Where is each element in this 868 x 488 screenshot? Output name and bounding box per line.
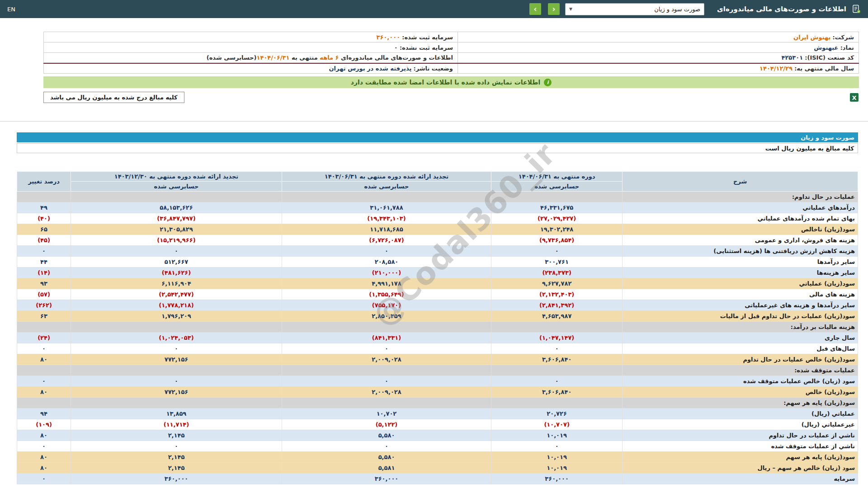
excel-export-icon[interactable]: X bbox=[849, 93, 859, 102]
row-label: عملیات متوقف شده: bbox=[623, 365, 858, 376]
signature-match-banner: i اطلاعات نمایش داده شده با اطلاعات امضا… bbox=[43, 76, 859, 88]
info-icon: i bbox=[544, 79, 552, 86]
value-prior-annual-period bbox=[71, 365, 282, 376]
unregistered-capital-label: سرمایه ثبت نشده: bbox=[400, 44, 453, 51]
value-prior-half-period: ۲,۰۰۹,۰۲۸ bbox=[282, 387, 491, 398]
page-title: اطلاعات و صورت‌های مالی میاندوره‌ای bbox=[717, 5, 846, 13]
value-current-period: ۴,۶۵۳,۹۸۷ bbox=[491, 311, 623, 322]
info-row-isic: کد صنعت (ISIC): ۴۲۵۳۰۱ اطلاعات و صورت‌ها… bbox=[44, 53, 859, 63]
value-prior-half-period: ۱۱,۷۱۸,۶۸۵ bbox=[282, 224, 491, 235]
value-current-period bbox=[491, 192, 623, 202]
table-row: سود (زيان) خالص هر سهم – ريال ۱۰,۰۱۹ ۵,۵… bbox=[17, 463, 858, 474]
value-prior-annual-period bbox=[71, 398, 282, 408]
value-percent-change: ۴۹ bbox=[17, 202, 71, 213]
value-current-period: ۱۰,۰۱۹ bbox=[491, 452, 623, 463]
value-prior-half-period: ۵,۵۸۱ bbox=[282, 463, 491, 474]
value-prior-annual-period: ۱,۷۹۶,۲۰۹ bbox=[71, 311, 282, 322]
value-prior-annual-period: (۱۱,۷۱۴) bbox=[71, 419, 282, 430]
table-row: سود(زيان) عملياتي ۹,۶۲۷,۷۸۲ ۴,۹۹۱,۱۷۸ ۶,… bbox=[17, 278, 858, 289]
table-row: سایر درآمدها و هزینه های غیرعملیاتی (۲,۸… bbox=[17, 300, 858, 311]
table-row: سرمایه ۳۶۰,۰۰۰ ۳۶۰,۰۰۰ ۳۶۰,۰۰۰ ۰ bbox=[17, 474, 858, 484]
value-prior-annual-period: ۵۱۲,۶۶۷ bbox=[71, 257, 282, 267]
value-percent-change: ۸۰ bbox=[17, 354, 71, 365]
value-prior-half-period bbox=[282, 365, 491, 376]
value-percent-change: (۴۵) bbox=[17, 235, 71, 246]
income-statement-section: صورت سود و زیان کلیه مبالغ به میلیون ریا… bbox=[17, 132, 858, 484]
info-row-symbol: نماد: غبهنوش سرمایه ثبت نشده: ۰ bbox=[44, 42, 859, 53]
statement-units-row: کلیه مبالغ به میلیون ریال است bbox=[17, 143, 858, 153]
row-label: هزینه های فروش، اداری و عمومی bbox=[623, 235, 858, 246]
value-percent-change: (۲۴) bbox=[17, 333, 71, 343]
value-prior-annual-period bbox=[71, 192, 282, 202]
value-prior-half-period: ۱۰,۷۰۲ bbox=[282, 408, 491, 419]
value-prior-annual-period: ۳۶۰,۰۰۰ bbox=[71, 474, 282, 484]
value-percent-change: (۱۰۹) bbox=[17, 419, 71, 430]
value-percent-change bbox=[17, 322, 71, 333]
table-row: سال‌های قبل ۰ ۰ ۰ ۰ bbox=[17, 343, 858, 354]
symbol-label: نماد: bbox=[840, 44, 854, 51]
value-prior-half-period bbox=[282, 192, 491, 202]
tools-row: X کلیه مبالغ درج شده به میلیون ریال می ب… bbox=[43, 92, 859, 103]
row-label: سایر هزینه‌ها bbox=[623, 267, 858, 278]
value-prior-annual-period: ۲,۱۴۵ bbox=[71, 430, 282, 441]
row-label: سود(زيان) عملياتي bbox=[623, 278, 858, 289]
value-prior-half-period bbox=[282, 398, 491, 408]
value-current-period: ۰ bbox=[491, 441, 623, 452]
prev-report-button[interactable]: ‹ bbox=[548, 3, 560, 15]
table-row: سود(زيان) پايه هر سهم ۱۰,۰۱۹ ۵,۵۸۰ ۲,۱۴۵… bbox=[17, 452, 858, 463]
value-percent-change bbox=[17, 398, 71, 408]
value-prior-half-period: (۵,۱۲۲) bbox=[282, 419, 491, 430]
value-prior-half-period: (۲۱۰,۰۰۰) bbox=[282, 267, 491, 278]
signature-match-text: اطلاعات نمایش داده شده با اطلاعات امضا ش… bbox=[351, 79, 540, 86]
value-prior-annual-period: (۱۵,۲۱۹,۹۶۶) bbox=[71, 235, 282, 246]
statement-title-bar: صورت سود و زیان bbox=[17, 132, 858, 142]
value-prior-annual-period: ۷۷۲,۱۵۶ bbox=[71, 387, 282, 398]
table-row: غیرعملیاتي (ریال) (۱۰,۷۰۷) (۵,۱۲۲) (۱۱,۷… bbox=[17, 419, 858, 430]
value-prior-half-period: ۰ bbox=[282, 376, 491, 387]
next-report-button[interactable]: › bbox=[529, 3, 541, 15]
value-current-period: (۱,۰۴۷,۱۴۷) bbox=[491, 333, 623, 343]
value-percent-change: ۹۳ bbox=[17, 278, 71, 289]
row-label: سود (زيان) خالص هر سهم – ريال bbox=[623, 463, 858, 474]
value-percent-change: ۸۰ bbox=[17, 452, 71, 463]
registered-capital-label: سرمایه ثبت شده: bbox=[402, 34, 453, 41]
row-label: سال‌های قبل bbox=[623, 343, 858, 354]
value-current-period: (۱۰,۷۰۷) bbox=[491, 419, 623, 430]
value-prior-annual-period: ۰ bbox=[71, 343, 282, 354]
table-row: سال جاری (۱,۰۴۷,۱۴۷) (۸۴۱,۳۳۱) (۱,۰۲۴,۰۵… bbox=[17, 333, 858, 343]
row-label: درآمدهاي عملياتي bbox=[623, 202, 858, 213]
company-label: شرکت: bbox=[833, 34, 854, 41]
table-row: عملیات در حال تداوم: bbox=[17, 192, 858, 202]
registered-capital-value: ۳۶۰,۰۰۰ bbox=[377, 34, 401, 41]
value-prior-half-period: (۱۹,۳۴۳,۱۰۳) bbox=[282, 213, 491, 224]
row-label: سود (زیان) خالص عملیات متوقف شده bbox=[623, 376, 858, 387]
table-row: هزینه کاهش ارزش دریافتنی ها (هزینه استثن… bbox=[17, 246, 858, 257]
col-header-period-prior-annual: تجدید ارائه شده دوره منتهی به ۱۴۰۳/۱۲/۳۰ bbox=[71, 172, 282, 182]
table-row: درآمدهاي عملياتي ۴۶,۳۳۱,۶۷۵ ۳۱,۰۶۱,۷۸۸ ۵… bbox=[17, 202, 858, 213]
row-label: سایر درآمدها bbox=[623, 257, 858, 267]
row-label: عملیات در حال تداوم: bbox=[623, 192, 858, 202]
period-months: ۶ ماهه bbox=[320, 54, 339, 61]
row-label: سال جاری bbox=[623, 333, 858, 343]
value-prior-annual-period: (۲,۵۴۲,۴۷۷) bbox=[71, 289, 282, 300]
table-row: سود(زيان) عمليات در حال تداوم قبل از مال… bbox=[17, 311, 858, 322]
row-label: سود(زيان) پايه هر سهم bbox=[623, 452, 858, 463]
row-label: هزینه کاهش ارزش دریافتنی ها (هزینه استثن… bbox=[623, 246, 858, 257]
value-current-period: ۰ bbox=[491, 246, 623, 257]
statement-table-wrapper: @Codal360_ir شرح دوره منتهی به ۱۴۰۴/۰۶/۳… bbox=[17, 171, 858, 484]
value-percent-change: ۸۰ bbox=[17, 387, 71, 398]
value-current-period: (۲,۱۳۲,۴۰۳) bbox=[491, 289, 623, 300]
value-percent-change bbox=[17, 365, 71, 376]
row-label: غیرعملیاتي (ریال) bbox=[623, 419, 858, 430]
value-current-period: (۲۷,۰۲۹,۴۲۷) bbox=[491, 213, 623, 224]
value-prior-half-period: (۸۴۱,۳۳۱) bbox=[282, 333, 491, 343]
value-prior-half-period: ۲,۸۵۰,۳۵۹ bbox=[282, 311, 491, 322]
company-info-table: شرکت: بهنوش ایران سرمایه ثبت شده: ۳۶۰,۰۰… bbox=[43, 32, 859, 74]
report-type-dropdown[interactable]: صورت سود و زیان ▼ bbox=[565, 3, 704, 15]
value-percent-change: ۰ bbox=[17, 474, 71, 484]
value-percent-change: ۶۳ bbox=[17, 311, 71, 322]
value-prior-annual-period: ۷۷۲,۱۵۶ bbox=[71, 354, 282, 365]
value-prior-annual-period: (۱,۰۲۴,۰۵۳) bbox=[71, 333, 282, 343]
value-percent-change: ۰ bbox=[17, 441, 71, 452]
language-toggle-link[interactable]: EN bbox=[7, 6, 15, 13]
